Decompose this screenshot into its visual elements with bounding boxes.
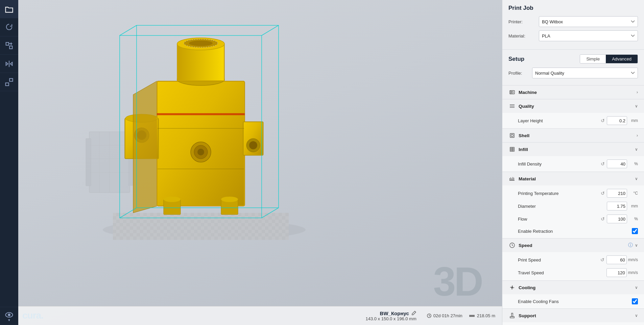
- profile-select[interactable]: Normal Quality: [532, 68, 638, 78]
- category-machine-header[interactable]: Machine ›: [502, 85, 644, 99]
- diameter-label: Diameter: [518, 204, 607, 209]
- travel-speed-input[interactable]: [606, 268, 627, 277]
- svg-rect-7: [6, 83, 9, 85]
- print-speed-input[interactable]: [606, 255, 627, 264]
- category-material: Material ∨ Printing Temperature ↺ °C Dia…: [502, 172, 644, 239]
- enable-cooling-fans-checkbox[interactable]: [632, 298, 638, 304]
- svg-marker-6: [10, 62, 13, 65]
- svg-rect-74: [510, 133, 514, 138]
- category-infill-label: Infill: [519, 147, 635, 152]
- category-cooling-header[interactable]: Cooling ∨: [502, 281, 644, 294]
- shell-collapse-icon: ›: [637, 133, 638, 138]
- category-speed-header[interactable]: Speed ⓘ ∨: [502, 239, 644, 252]
- rotate-icon: [4, 23, 14, 32]
- material-expand-icon: ∨: [635, 176, 638, 181]
- infill-icon: [508, 146, 516, 153]
- diameter-unit: mm: [628, 204, 638, 208]
- svg-point-50: [221, 197, 238, 202]
- category-material-label: Material: [519, 176, 635, 181]
- flow-row: Flow ↺ %: [502, 212, 644, 225]
- eye-chevron-icon: ▼: [7, 318, 11, 322]
- category-material-header[interactable]: Material ∨: [502, 172, 644, 185]
- svg-rect-8: [9, 78, 13, 81]
- speed-info-icon[interactable]: ⓘ: [628, 242, 633, 248]
- sidebar-item-scale[interactable]: [0, 36, 18, 55]
- print-speed-unit: mm/s: [628, 257, 638, 262]
- svg-rect-0: [6, 42, 9, 45]
- svg-rect-75: [511, 134, 513, 136]
- quality-expand-icon: ∨: [635, 104, 638, 108]
- material-content: Printing Temperature ↺ °C Diameter mm Fl…: [502, 185, 644, 238]
- sidebar-item-rotate[interactable]: [0, 18, 18, 36]
- travel-speed-label: Travel Speed: [518, 270, 606, 275]
- travel-speed-row: Travel Speed mm/s: [502, 266, 644, 279]
- enable-retraction-checkbox[interactable]: [632, 228, 638, 234]
- toggle-advanced-btn[interactable]: Advanced: [606, 55, 638, 63]
- enable-retraction-row: Enable Retraction: [502, 225, 644, 237]
- sidebar-item-mirror[interactable]: [0, 55, 18, 73]
- svg-rect-18: [86, 139, 91, 186]
- category-quality-label: Quality: [519, 104, 635, 109]
- material-bars-icon: [508, 175, 516, 182]
- printing-temp-label: Printing Temperature: [518, 191, 601, 196]
- material-select[interactable]: PLA: [539, 30, 638, 41]
- edit-icon[interactable]: [411, 310, 416, 316]
- sidebar-item-files[interactable]: [0, 0, 18, 18]
- diameter-input[interactable]: [607, 202, 627, 210]
- category-infill-header[interactable]: Infill ∨: [502, 143, 644, 156]
- infill-density-row: Infill Density ↺ %: [502, 157, 644, 170]
- print-speed-label: Print Speed: [518, 257, 600, 262]
- category-shell-header[interactable]: Shell ›: [502, 129, 644, 142]
- category-infill: Infill ∨ Infill Density ↺ %: [502, 143, 644, 172]
- model-filename: BW_Корнус: [380, 310, 409, 316]
- svg-point-10: [8, 314, 10, 316]
- category-support-header[interactable]: Support ∨: [502, 309, 644, 322]
- cooling-fan-icon: [508, 284, 516, 291]
- setup-section: Setup Simple Advanced Profile: Normal Qu…: [502, 50, 644, 85]
- sidebar-item-view[interactable]: ▼: [0, 307, 18, 325]
- printing-temp-reset-icon[interactable]: ↺: [601, 191, 605, 196]
- viewport[interactable]: cura. 3D 3dlancret BW_Корнус 143.0 x 150…: [18, 0, 502, 325]
- flow-input[interactable]: [607, 215, 627, 223]
- 3d-scene: [59, 14, 336, 250]
- machine-collapse-icon: ›: [637, 90, 638, 95]
- category-cooling-label: Cooling: [519, 285, 635, 290]
- speed-expand-icon: ∨: [635, 243, 638, 248]
- enable-retraction-label: Enable Retraction: [518, 229, 632, 234]
- printing-temp-unit: °C: [628, 191, 638, 196]
- watermark-3d: 3D: [433, 258, 482, 305]
- speed-content: Print Speed ↺ mm/s Travel Speed mm/s: [502, 252, 644, 280]
- layer-height-input[interactable]: [607, 116, 627, 125]
- support-expand-icon: ∨: [635, 313, 638, 318]
- enable-cooling-fans-row: Enable Cooling Fans: [502, 296, 644, 307]
- printer-select[interactable]: BQ Witbox: [539, 16, 638, 27]
- svg-rect-13: [113, 213, 289, 240]
- print-job-section: Print Job Printer: BQ Witbox Material: P…: [502, 0, 644, 50]
- print-speed-reset-icon[interactable]: ↺: [600, 257, 604, 262]
- svg-rect-70: [511, 92, 513, 93]
- model-name-row: BW_Корнус: [380, 310, 416, 316]
- support-content: Enable Support: [502, 322, 644, 325]
- svg-line-61: [262, 25, 279, 35]
- flow-reset-icon[interactable]: ↺: [601, 216, 605, 222]
- mirror-icon: [4, 59, 14, 69]
- material-row: Material: PLA: [508, 30, 638, 41]
- filament-value: 218.05 m: [477, 313, 495, 318]
- category-quality-header[interactable]: Quality ∨: [502, 99, 644, 113]
- category-machine: Machine ›: [502, 85, 644, 99]
- per-model-icon: [4, 77, 14, 87]
- svg-rect-90: [510, 317, 514, 318]
- print-job-title: Print Job: [508, 5, 638, 11]
- layer-height-unit: mm: [628, 118, 638, 123]
- profile-row: Profile: Normal Quality: [508, 68, 638, 78]
- sidebar-item-permodel[interactable]: [0, 73, 18, 91]
- setup-title: Setup: [508, 56, 524, 62]
- svg-rect-51: [157, 113, 245, 115]
- toggle-simple-btn[interactable]: Simple: [580, 55, 606, 63]
- clock-icon: [427, 313, 432, 318]
- printing-temp-input[interactable]: [607, 189, 627, 198]
- infill-density-reset-icon[interactable]: ↺: [601, 161, 605, 167]
- layer-height-reset-icon[interactable]: ↺: [601, 118, 605, 123]
- svg-point-33: [189, 41, 213, 46]
- infill-density-input[interactable]: [607, 159, 627, 168]
